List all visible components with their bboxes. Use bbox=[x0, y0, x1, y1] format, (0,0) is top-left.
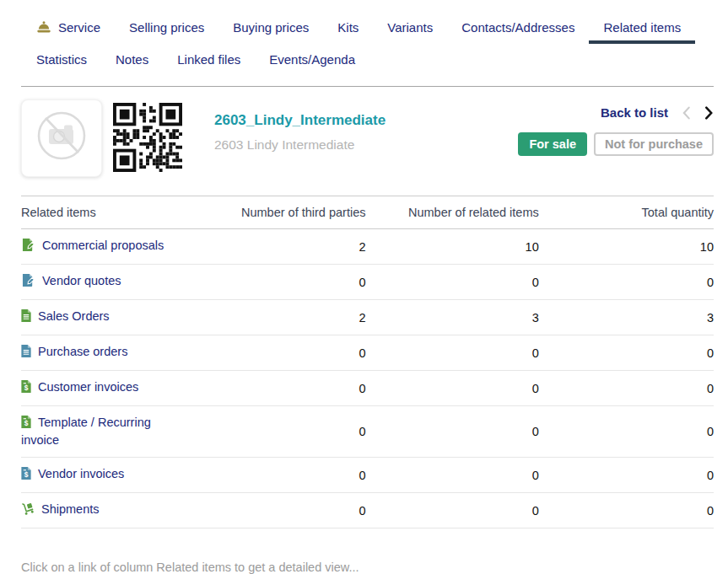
link-sales-orders[interactable]: Sales Orders bbox=[21, 309, 110, 323]
link-purchase-orders[interactable]: Purchase orders bbox=[21, 345, 127, 358]
tab-label: Statistics bbox=[36, 52, 87, 67]
tab-service[interactable]: Service bbox=[22, 15, 115, 44]
cell-related-count: 0 bbox=[365, 371, 538, 406]
cell-related-count: 3 bbox=[365, 300, 538, 335]
chevron-left-icon bbox=[682, 106, 691, 120]
tab-label: Kits bbox=[337, 20, 359, 35]
file-invoice-dollar-icon: $ bbox=[21, 467, 31, 484]
svg-text:$: $ bbox=[24, 419, 29, 427]
pagination-row: Back to list bbox=[601, 105, 714, 120]
product-label: 2603 Lindy Intermediate bbox=[214, 137, 386, 153]
cell-total-quantity: 3 bbox=[539, 300, 714, 335]
tab-buying-prices[interactable]: Buying prices bbox=[218, 15, 323, 44]
file-invoice-dollar-icon: $ bbox=[21, 416, 31, 432]
tab-label: Linked files bbox=[177, 52, 240, 67]
tab-selling-prices[interactable]: Selling prices bbox=[115, 15, 218, 44]
cell-third-parties: 0 bbox=[182, 371, 365, 406]
tab-label: Events/Agenda bbox=[269, 52, 355, 67]
cell-related-count: 0 bbox=[365, 458, 538, 493]
link-vendor-invoices[interactable]: $Vendor invoices bbox=[21, 467, 124, 480]
tab-label: Selling prices bbox=[129, 20, 204, 35]
status-badge-for-sale: For sale bbox=[518, 132, 587, 156]
svg-text:$: $ bbox=[24, 384, 29, 392]
qrcode-image bbox=[113, 103, 182, 172]
cell-third-parties: 0 bbox=[182, 335, 365, 371]
table-row: $Vendor invoices 0 0 0 bbox=[21, 458, 714, 493]
table-row: Shipments 0 0 0 bbox=[21, 493, 714, 528]
row-label: Shipments bbox=[41, 502, 100, 516]
cell-third-parties: 0 bbox=[182, 265, 365, 300]
cell-total-quantity: 0 bbox=[539, 493, 714, 528]
row-label: Sales Orders bbox=[38, 309, 110, 323]
link-customer-invoices[interactable]: $Customer invoices bbox=[21, 380, 138, 394]
concierge-bell-icon bbox=[36, 21, 51, 34]
cell-third-parties: 2 bbox=[182, 229, 365, 265]
cell-total-quantity: 0 bbox=[539, 335, 714, 371]
col-header-third-parties: Number of third parties bbox=[182, 196, 365, 229]
row-label: Template / Recurring invoice bbox=[21, 416, 151, 447]
related-items-table: Related items Number of third parties Nu… bbox=[21, 196, 714, 528]
cell-related-count: 0 bbox=[365, 406, 538, 458]
status-badges: For sale Not for purchase bbox=[518, 132, 714, 156]
cell-related-count: 10 bbox=[365, 229, 538, 265]
tab-label: Notes bbox=[116, 52, 148, 67]
tab-related-items[interactable]: Related items bbox=[589, 15, 695, 44]
tab-variants[interactable]: Variants bbox=[373, 15, 447, 44]
tab-statistics[interactable]: Statistics bbox=[22, 47, 101, 76]
file-lines-icon bbox=[21, 345, 31, 362]
link-template-recurring-invoice[interactable]: $Template / Recurring invoice bbox=[21, 416, 151, 447]
table-row: Sales Orders 2 3 3 bbox=[21, 300, 714, 335]
tab-label: Buying prices bbox=[233, 20, 309, 35]
banner-right-block: Back to list For sale Not for purchase bbox=[518, 99, 714, 177]
link-shipments[interactable]: Shipments bbox=[21, 502, 100, 516]
tab-label: Service bbox=[58, 20, 100, 35]
link-commercial-proposals[interactable]: Commercial proposals bbox=[21, 239, 164, 252]
cell-total-quantity: 0 bbox=[539, 371, 714, 406]
cell-total-quantity: 0 bbox=[539, 406, 714, 458]
cell-third-parties: 2 bbox=[182, 300, 365, 335]
tab-linked-files[interactable]: Linked files bbox=[163, 47, 255, 76]
file-invoice-dollar-icon: $ bbox=[21, 380, 31, 397]
tab-contacts-addresses[interactable]: Contacts/Addresses bbox=[447, 15, 589, 44]
table-row: $Template / Recurring invoice 0 0 0 bbox=[21, 406, 714, 458]
col-header-total-quantity: Total quantity bbox=[539, 196, 714, 229]
product-ref[interactable]: 2603_Lindy_Intermediate bbox=[214, 112, 386, 129]
chevron-right-icon[interactable] bbox=[704, 106, 714, 120]
no-photo-placeholder bbox=[21, 99, 102, 177]
cell-related-count: 0 bbox=[365, 335, 538, 371]
row-label: Purchase orders bbox=[38, 345, 127, 358]
tab-events-agenda[interactable]: Events/Agenda bbox=[255, 47, 369, 76]
tab-notes[interactable]: Notes bbox=[101, 47, 163, 76]
back-to-list-link[interactable]: Back to list bbox=[601, 105, 668, 120]
row-label: Customer invoices bbox=[38, 380, 138, 394]
cell-related-count: 0 bbox=[365, 265, 538, 300]
table-row: Purchase orders 0 0 0 bbox=[21, 335, 714, 371]
link-vendor-quotes[interactable]: Vendor quotes bbox=[21, 274, 121, 287]
table-row: $Customer invoices 0 0 0 bbox=[21, 371, 714, 406]
tab-kits[interactable]: Kits bbox=[323, 15, 373, 44]
dolly-icon bbox=[21, 502, 35, 519]
cell-total-quantity: 10 bbox=[539, 229, 714, 265]
row-label: Vendor quotes bbox=[42, 274, 121, 287]
file-lines-icon bbox=[21, 309, 31, 326]
row-label: Vendor invoices bbox=[38, 467, 124, 480]
file-signature-icon bbox=[21, 274, 35, 291]
file-signature-icon bbox=[21, 239, 35, 255]
cell-third-parties: 0 bbox=[182, 493, 365, 528]
product-banner: 2603_Lindy_Intermediate 2603 Lindy Inter… bbox=[0, 87, 728, 177]
tab-label: Contacts/Addresses bbox=[461, 20, 574, 35]
detail-view-hint: Click on a link of column Related items … bbox=[21, 561, 728, 574]
cell-third-parties: 0 bbox=[182, 406, 365, 458]
table-row: Commercial proposals 2 10 10 bbox=[21, 229, 714, 265]
tab-bar-row2: Statistics Notes Linked files Events/Age… bbox=[0, 44, 728, 86]
cell-third-parties: 0 bbox=[182, 458, 365, 493]
tab-label: Related items bbox=[603, 20, 681, 35]
col-header-related-items: Related items bbox=[21, 196, 182, 229]
tab-bar-row1: Service Selling prices Buying prices Kit… bbox=[0, 0, 728, 44]
table-row: Vendor quotes 0 0 0 bbox=[21, 265, 714, 300]
cell-total-quantity: 0 bbox=[539, 265, 714, 300]
product-title-block: 2603_Lindy_Intermediate 2603 Lindy Inter… bbox=[214, 99, 386, 177]
tab-label: Variants bbox=[387, 20, 433, 35]
col-header-related-count: Number of related items bbox=[365, 196, 538, 229]
status-badge-not-for-purchase: Not for purchase bbox=[594, 132, 714, 156]
